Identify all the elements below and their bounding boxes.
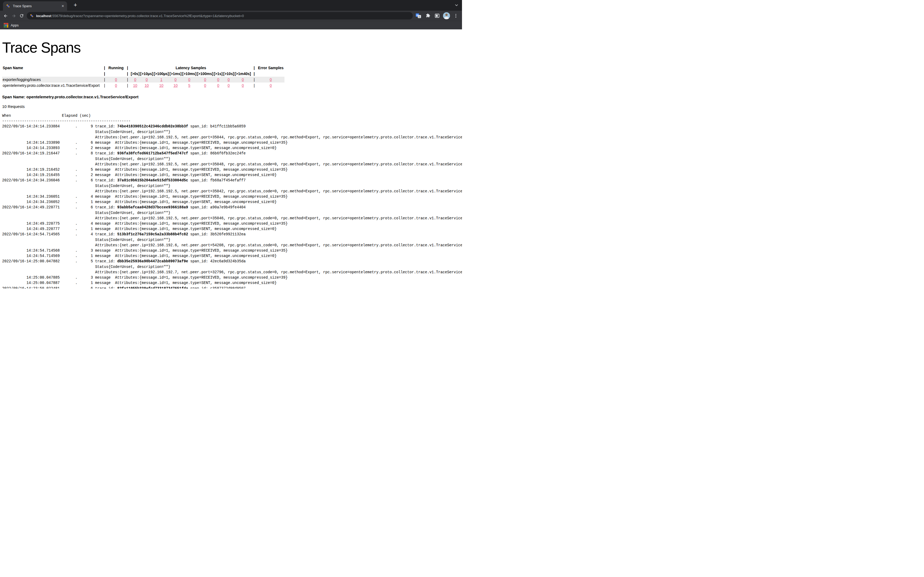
forward-button[interactable] (10, 12, 18, 20)
avatar (443, 12, 450, 19)
latency-bucket-label: [>1s] (213, 71, 223, 77)
browser-menu-button[interactable] (452, 12, 459, 19)
latency-bucket-link[interactable]: 5 (188, 83, 191, 88)
page-content: Trace Spans Span Name| Running| Latency … (0, 39, 462, 288)
trace-id: dbb35e25936a90b4472cabb89073af9e (117, 259, 188, 263)
translate-button[interactable]: G 文 (415, 12, 422, 19)
span-name-cell: opentelemetry.proto.collector.trace.v1.T… (2, 82, 102, 89)
latency-bucket-label: [>10ms] (182, 71, 197, 77)
apps-grid-icon (4, 23, 8, 27)
bucket-header-row: ||[>0s][>10µs][>100µs][>1ms][>10ms][>100… (2, 71, 284, 77)
col-running: Running (107, 65, 124, 71)
latency-bucket-label: [>1ms] (169, 71, 182, 77)
column-separator: | (102, 77, 107, 82)
new-tab-button[interactable]: + (72, 2, 79, 9)
latency-bucket-link[interactable]: 0 (146, 77, 148, 82)
trace-id: 936fa38fcfed661712ba547f5ed747cf (117, 152, 188, 155)
latency-bucket-cell: 10 (140, 82, 153, 89)
error-count-link[interactable]: 0 (270, 77, 272, 82)
col-latency-samples: Latency Samples (131, 65, 251, 71)
latency-bucket-cell: 0 (213, 77, 223, 82)
latency-bucket-link[interactable]: 0 (174, 77, 177, 82)
latency-bucket-label: [>0s] (131, 71, 140, 77)
url-host: localhost (36, 14, 51, 18)
latency-bucket-cell: 0 (234, 82, 251, 89)
column-separator: | (251, 82, 257, 89)
latency-bucket-link[interactable]: 0 (217, 77, 219, 82)
latency-bucket-cell: 0 (213, 82, 223, 89)
apps-shortcut[interactable]: Apps (11, 23, 19, 27)
reload-button[interactable] (18, 12, 26, 20)
latency-bucket-link[interactable]: 0 (242, 77, 244, 82)
column-separator: | (124, 82, 131, 89)
span-summary-row: opentelemetry.proto.collector.trace.v1.T… (2, 82, 284, 89)
side-panel-button[interactable] (434, 12, 441, 19)
latency-bucket-link[interactable]: 10 (159, 83, 164, 88)
latency-bucket-link[interactable]: 10 (145, 83, 149, 88)
column-separator: | (251, 77, 257, 82)
latency-bucket-link[interactable]: 0 (228, 83, 229, 88)
latency-bucket-cell: 0 (234, 77, 251, 82)
error-count: 0 (257, 77, 284, 82)
latency-bucket-cell: 10 (131, 82, 140, 89)
back-button[interactable] (2, 12, 10, 20)
latency-bucket-link[interactable]: 0 (204, 77, 206, 82)
latency-bucket-label: [>1m40s] (234, 71, 251, 77)
trace-id: 93abb5afcaa0428d37bccee9366188a9 (117, 205, 188, 210)
latency-bucket-link[interactable]: 0 (204, 83, 206, 88)
span-summary-table: Span Name| Running| Latency Samples| Err… (2, 65, 284, 89)
address-bar[interactable]: localhost:55679/debug/tracez?zspanname=o… (27, 12, 413, 19)
latency-bucket-link[interactable]: 0 (134, 77, 136, 82)
side-panel-icon (435, 13, 440, 18)
latency-bucket-link[interactable]: 10 (133, 83, 137, 88)
request-count: 10 Requests (2, 104, 460, 109)
column-separator: | (124, 71, 131, 77)
trace-id: 513b3f1c276a7159c5a2a33b88b4fc82 (117, 232, 188, 237)
latency-bucket-label: [>100ms] (197, 71, 213, 77)
browser-toolbar: localhost:55679/debug/tracez?zspanname=o… (0, 11, 462, 21)
latency-bucket-link[interactable]: 0 (217, 83, 219, 88)
browser-tab[interactable]: Trace Spans × (3, 2, 67, 11)
bookmarks-bar: Apps (0, 21, 462, 29)
running-count: 0 (107, 82, 124, 89)
column-separator: | (102, 71, 107, 77)
error-count-link[interactable]: 0 (270, 83, 272, 88)
latency-bucket-cell: 0 (140, 77, 153, 82)
latency-bucket-label: [>10µs] (140, 71, 153, 77)
latency-bucket-cell: 10 (169, 82, 182, 89)
svg-text:文: 文 (418, 15, 420, 18)
running-count: 0 (107, 77, 124, 82)
trace-id: 74be418390512c42346cddb02e38bb3f (117, 124, 188, 129)
column-separator: | (124, 65, 131, 71)
latency-bucket-link[interactable]: 0 (242, 83, 244, 88)
latency-bucket-link[interactable]: 0 (188, 77, 191, 82)
latency-bucket-link[interactable]: 1 (160, 77, 162, 82)
latency-bucket-label: [>10s] (223, 71, 234, 77)
latency-bucket-cell: 0 (131, 77, 140, 82)
tab-search-chevron-icon[interactable] (454, 3, 459, 8)
col-span-name: Span Name (2, 65, 102, 71)
url-path: :55679/debug/tracez?zspanname=openteleme… (51, 14, 244, 18)
error-count: 0 (257, 82, 284, 89)
back-arrow-icon (3, 13, 8, 18)
column-separator: | (251, 65, 257, 71)
column-separator: | (102, 65, 107, 71)
puzzle-icon (425, 13, 430, 18)
selected-span-name: Span Name: opentelemetry.proto.collector… (2, 95, 460, 99)
running-count-link[interactable]: 0 (115, 77, 117, 82)
tab-title: Trace Spans (13, 4, 60, 8)
latency-bucket-cell: 0 (169, 77, 182, 82)
latency-bucket-link[interactable]: 0 (228, 77, 229, 82)
tab-close-icon[interactable]: × (60, 3, 66, 9)
trace-id: 82fa11055b338efcd733187347651fda (117, 287, 188, 289)
latency-bucket-cell: 0 (197, 82, 213, 89)
running-count-link[interactable]: 0 (115, 83, 117, 88)
extensions-button[interactable] (424, 12, 431, 19)
latency-bucket-cell: 0 (223, 77, 234, 82)
profile-button[interactable] (443, 12, 450, 19)
tab-strip: Trace Spans × + (0, 0, 462, 11)
latency-bucket-label: [>100µs] (153, 71, 169, 77)
col-error-samples: Error Samples (257, 65, 284, 71)
column-separator: | (251, 71, 257, 77)
latency-bucket-link[interactable]: 10 (173, 83, 178, 88)
